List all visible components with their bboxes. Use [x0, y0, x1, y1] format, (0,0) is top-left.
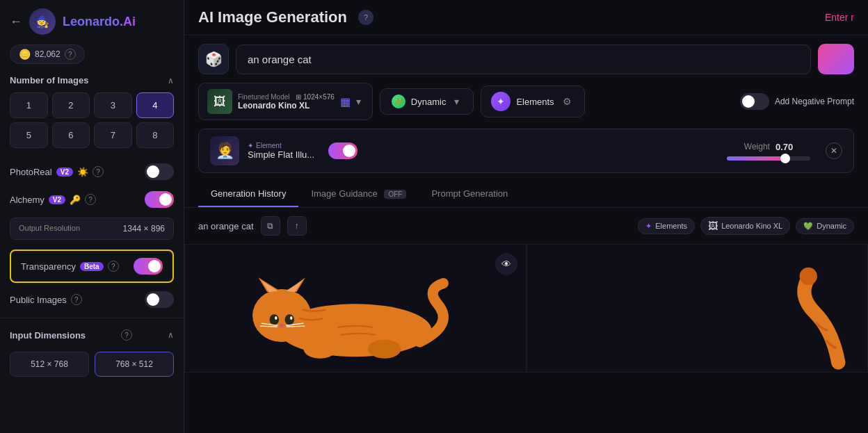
- svg-point-16: [303, 340, 336, 359]
- dim-btn-512x768[interactable]: 512 × 768: [10, 352, 89, 377]
- alchemy-label: Alchemy: [10, 195, 45, 205]
- style-tag-icon: 💚: [803, 222, 813, 231]
- tab-image-guidance[interactable]: Image Guidance OFF: [298, 181, 419, 207]
- copy-prompt-button[interactable]: ⧉: [261, 216, 280, 236]
- svg-line-15: [287, 326, 305, 327]
- alchemy-row: Alchemy V2 🔑 ?: [0, 186, 184, 213]
- dice-button[interactable]: 🎲: [198, 44, 229, 74]
- elements-tag-label: Elements: [655, 222, 687, 230]
- page-help-button[interactable]: ?: [358, 10, 373, 25]
- weight-slider[interactable]: [727, 156, 810, 161]
- elements-tag-icon: ✦: [645, 222, 652, 231]
- svg-point-11: [280, 324, 284, 327]
- num-btn-5[interactable]: 5: [10, 122, 48, 148]
- number-of-images-header: Number of Images ∧: [0, 75, 184, 92]
- tabs-row: Generation History Image Guidance OFF Pr…: [184, 181, 868, 208]
- num-btn-7[interactable]: 7: [94, 122, 132, 148]
- number-of-images-chevron: ∧: [168, 76, 174, 85]
- style-tag-label: Dynamic: [817, 222, 846, 230]
- public-images-row: Public Images ?: [0, 286, 184, 313]
- visibility-icon-1: 👁: [501, 259, 511, 270]
- tab-generation-history[interactable]: Generation History: [198, 181, 298, 207]
- model-card[interactable]: 🖼 Finetuned Model ⊞ 1024×576 Leonardo Ki…: [198, 83, 373, 120]
- num-btn-2[interactable]: 2: [52, 92, 90, 118]
- style-icon: 💚: [392, 95, 405, 108]
- weight-section: Weight 0.70: [720, 142, 817, 161]
- transparency-row: Transparency Beta ?: [10, 250, 174, 283]
- logo-icon: 🧙: [29, 8, 56, 35]
- neg-prompt-toggle[interactable]: [740, 93, 769, 110]
- neg-prompt-label: Add Negative Prompt: [775, 97, 854, 106]
- model-dropdown-button[interactable]: ▾: [353, 95, 364, 108]
- photoreal-help[interactable]: ?: [93, 166, 104, 177]
- element-card: 🧑‍💼 ✦ Element Simple Flat Illu... Weight…: [198, 129, 854, 173]
- tab-prompt-generation[interactable]: Prompt Generation: [419, 181, 520, 207]
- credits-badge[interactable]: 🪙 82,062 ?: [10, 44, 85, 64]
- gallery-prompt-text: an orange cat: [198, 221, 254, 231]
- credits-icon: 🪙: [19, 49, 31, 60]
- public-images-toggle[interactable]: [145, 291, 174, 308]
- generate-button[interactable]: [818, 44, 854, 74]
- number-of-images-title: Number of Images: [10, 75, 88, 85]
- alchemy-help[interactable]: ?: [85, 194, 96, 205]
- resolution-button[interactable]: Output Resolution 1344 × 896: [10, 218, 174, 240]
- svg-point-7: [270, 314, 280, 325]
- svg-point-10: [290, 316, 292, 320]
- style-card[interactable]: 💚 Dynamic ▾: [380, 88, 474, 115]
- credits-help[interactable]: ?: [65, 49, 76, 60]
- elements-settings-button[interactable]: ⚙: [560, 95, 574, 108]
- input-dimensions-help[interactable]: ?: [121, 329, 132, 341]
- gallery-header: an orange cat ⧉ ↑ ✦ Elements 🖼 Leonardo …: [184, 208, 868, 244]
- transparency-badge: Beta: [80, 262, 104, 271]
- svg-point-19: [799, 268, 817, 285]
- photoreal-label: PhotoReal: [10, 167, 52, 177]
- input-dimensions-section: Input Dimensions ? ∧ 512 × 768 768 × 512: [0, 322, 184, 388]
- elements-card[interactable]: ✦ Elements ⚙: [481, 85, 584, 117]
- gallery-tag-elements[interactable]: ✦ Elements: [638, 218, 695, 234]
- input-dimensions-chevron: ∧: [168, 330, 174, 340]
- tab-image-guidance-badge: OFF: [384, 190, 406, 199]
- svg-point-17: [368, 340, 401, 359]
- element-name: Simple Flat Illu...: [248, 149, 314, 160]
- element-toggle[interactable]: [328, 142, 357, 159]
- style-dropdown-button[interactable]: ▾: [451, 95, 462, 108]
- transparency-label: Transparency: [21, 261, 76, 272]
- gallery-image-2[interactable]: [527, 244, 869, 373]
- num-btn-6[interactable]: 6: [52, 122, 90, 148]
- element-thumbnail: 🧑‍💼: [210, 136, 239, 165]
- public-images-help[interactable]: ?: [71, 294, 82, 305]
- element-close-button[interactable]: ✕: [826, 142, 842, 159]
- gallery-image-1[interactable]: 👁: [184, 244, 527, 373]
- prompt-input[interactable]: [236, 44, 811, 74]
- credits-value: 82,062: [35, 49, 61, 59]
- model-tag-icon: 🖼: [708, 220, 718, 231]
- back-button[interactable]: ←: [10, 15, 22, 29]
- main-content: AI Image Generation ? Enter r 🎲 🖼 Finetu…: [184, 0, 868, 433]
- enter-button[interactable]: Enter r: [825, 12, 854, 23]
- sidebar: ← 🧙 Leonardo.Ai 🪙 82,062 ? Number of Ima…: [0, 0, 184, 433]
- prompt-area: 🎲: [184, 35, 868, 83]
- gallery-tag-model[interactable]: 🖼 Leonardo Kino XL: [700, 217, 790, 235]
- gallery-tags: ✦ Elements 🖼 Leonardo Kino XL 💚 Dynamic: [638, 217, 854, 235]
- upload-button[interactable]: ↑: [287, 216, 307, 236]
- num-btn-8[interactable]: 8: [136, 122, 175, 148]
- model-thumbnail: 🖼: [207, 89, 232, 114]
- gallery-tag-style[interactable]: 💚 Dynamic: [796, 218, 854, 234]
- public-images-label: Public Images: [10, 295, 67, 305]
- num-btn-1[interactable]: 1: [10, 92, 48, 118]
- num-btn-4[interactable]: 4: [136, 92, 175, 118]
- dim-btn-768x512[interactable]: 768 × 512: [95, 352, 174, 377]
- model-row: 🖼 Finetuned Model ⊞ 1024×576 Leonardo Ki…: [184, 83, 868, 129]
- photoreal-toggle[interactable]: [145, 163, 174, 180]
- transparency-help[interactable]: ?: [108, 261, 119, 272]
- model-icon: ▦: [340, 95, 351, 108]
- alchemy-toggle[interactable]: [145, 191, 174, 208]
- transparency-toggle[interactable]: [134, 258, 163, 275]
- alchemy-icon: 🔑: [70, 195, 81, 205]
- element-tag: ✦ Element: [248, 142, 314, 149]
- photoreal-icon: ☀️: [77, 167, 88, 177]
- visibility-button-1[interactable]: 👁: [495, 253, 517, 275]
- style-name: Dynamic: [411, 97, 447, 107]
- input-dimensions-title: Input Dimensions: [10, 330, 86, 341]
- num-btn-3[interactable]: 3: [94, 92, 132, 118]
